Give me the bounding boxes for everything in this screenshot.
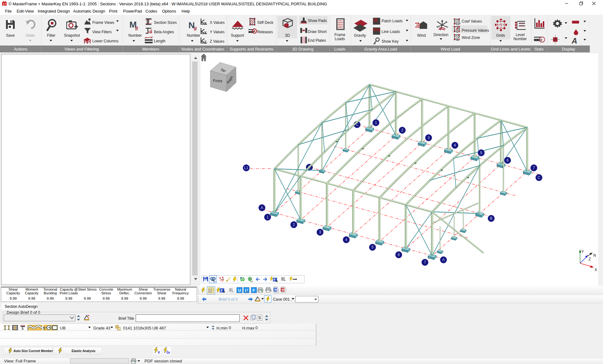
svg-text:F: F <box>221 289 223 292</box>
svg-text:#: # <box>135 25 138 31</box>
svg-text:4: 4 <box>345 238 347 242</box>
svg-text:3: 3 <box>319 230 321 234</box>
svg-text:Y: Y <box>204 31 207 35</box>
svg-text:C: C <box>538 175 541 180</box>
svg-text:4: 4 <box>454 143 456 147</box>
svg-text:CP: CP <box>456 22 460 25</box>
svg-text:A: A <box>261 206 263 210</box>
svg-text:X: X <box>204 21 207 25</box>
svg-text:Y: Y <box>581 249 584 254</box>
svg-text:7: 7 <box>424 260 426 265</box>
svg-text:Z: Z <box>204 40 206 44</box>
svg-text:W: W <box>456 38 459 41</box>
svg-text:1: 1 <box>375 120 377 125</box>
svg-text:1: 1 <box>267 215 269 219</box>
svg-text:U: U <box>238 288 241 293</box>
svg-text:N: N <box>593 253 596 258</box>
svg-text:B: B <box>490 216 492 221</box>
svg-text:2: 2 <box>293 222 295 227</box>
svg-text:#: # <box>194 26 197 31</box>
svg-text:F: F <box>274 278 276 281</box>
svg-text:5: 5 <box>372 245 374 249</box>
svg-text:F: F <box>253 288 255 293</box>
svg-text:5: 5 <box>480 151 482 155</box>
svg-text:W: W <box>281 288 285 292</box>
svg-text:6: 6 <box>398 253 400 257</box>
svg-text:F: F <box>282 277 284 281</box>
svg-text:L1: L1 <box>244 166 248 170</box>
svg-text:W: W <box>274 288 277 292</box>
svg-text:V: V <box>158 351 160 354</box>
svg-text:Z: Z <box>589 257 591 261</box>
svg-text:Q: Q <box>456 30 459 33</box>
svg-text:Gr: Gr <box>166 351 170 354</box>
svg-text:X: X <box>595 268 597 272</box>
svg-text:6: 6 <box>507 158 509 163</box>
svg-text:A: A <box>442 258 445 262</box>
svg-text:A: A <box>572 37 577 45</box>
svg-text:r: r <box>247 290 248 293</box>
svg-text:7: 7 <box>533 166 535 170</box>
svg-text:Front: Front <box>213 78 222 83</box>
svg-text:2: 2 <box>401 128 403 132</box>
svg-text:3: 3 <box>427 136 430 140</box>
svg-text:F: F <box>230 288 232 292</box>
